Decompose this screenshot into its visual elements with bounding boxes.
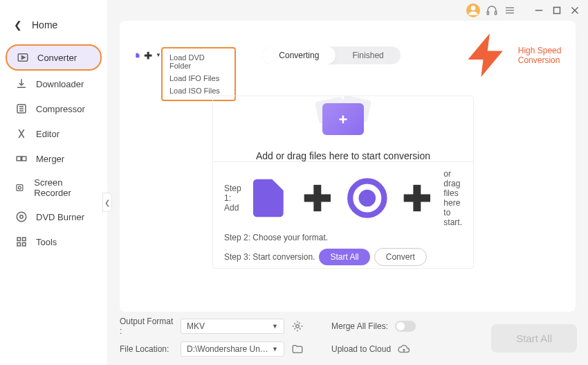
convert-button[interactable]: Convert bbox=[374, 248, 427, 266]
output-format-label: Output Format : bbox=[120, 317, 174, 336]
open-folder-icon[interactable] bbox=[291, 343, 304, 355]
dropdown-item-ifo-files[interactable]: Load IFO Files bbox=[163, 72, 235, 84]
dropzone[interactable]: + Add or drag files here to start conver… bbox=[212, 96, 474, 269]
svg-rect-21 bbox=[17, 243, 21, 247]
chevron-down-icon: ▼ bbox=[272, 346, 278, 353]
sidebar-item-editor[interactable]: Editor bbox=[6, 122, 102, 145]
sidebar-item-dvd-burner[interactable]: DVD Burner bbox=[6, 205, 102, 229]
disc-plus-icon bbox=[344, 169, 390, 227]
sidebar-item-label: Converter bbox=[37, 53, 77, 63]
tab-converting[interactable]: Converting bbox=[262, 46, 336, 64]
start-all-button[interactable]: Start All bbox=[319, 249, 369, 265]
file-location-label: File Location: bbox=[120, 344, 174, 354]
sidebar-item-tools[interactable]: Tools bbox=[6, 230, 102, 253]
step-2-text: Step 2: Choose your format. bbox=[224, 233, 462, 242]
high-speed-conversion-button[interactable]: High Speed Conversion bbox=[461, 29, 563, 82]
sidebar-item-label: Merger bbox=[36, 154, 64, 164]
step-1-row: Step 1: Add or drag files here to start. bbox=[224, 169, 462, 227]
plus-icon bbox=[295, 169, 340, 227]
sidebar-item-merger[interactable]: Merger bbox=[6, 147, 102, 170]
step1-post: or drag files here to start. bbox=[443, 169, 462, 227]
upload-label: Upload to Cloud bbox=[331, 344, 391, 354]
back-icon[interactable]: ❮ bbox=[14, 19, 22, 30]
dvd-icon bbox=[15, 211, 28, 223]
sidebar-item-label: DVD Burner bbox=[36, 212, 84, 222]
svg-rect-13 bbox=[17, 157, 21, 161]
sidebar-item-downloader[interactable]: Downloader bbox=[6, 72, 102, 96]
tools-icon bbox=[15, 235, 28, 248]
merger-icon bbox=[15, 152, 28, 165]
disc-dropdown-menu: Load DVD Folder Load IFO Files Load ISO … bbox=[161, 47, 236, 101]
sidebar-item-label: Editor bbox=[36, 129, 59, 139]
sidebar: ❮ Home Converter Downloader Compressor E… bbox=[0, 0, 107, 365]
file-location-select[interactable]: D:\Wondershare UniConverter 1 ▼ bbox=[181, 341, 284, 357]
svg-rect-20 bbox=[23, 238, 26, 241]
start-all-main-button[interactable]: Start All bbox=[491, 324, 577, 353]
step1-pre: Step 1: Add bbox=[224, 184, 241, 213]
sidebar-item-converter[interactable]: Converter bbox=[6, 44, 102, 71]
sidebar-item-screen-recorder[interactable]: Screen Recorder bbox=[6, 172, 102, 204]
svg-rect-15 bbox=[17, 185, 23, 191]
merge-toggle[interactable] bbox=[395, 321, 416, 332]
svg-point-16 bbox=[18, 186, 21, 189]
chevron-down-icon: ▼ bbox=[272, 323, 278, 330]
downloader-icon bbox=[15, 78, 28, 90]
converter-panel: ▼ ▼ Converting Finished High Speed Conve… bbox=[120, 21, 576, 312]
sidebar-item-compressor[interactable]: Compressor bbox=[6, 97, 102, 121]
file-plus-icon bbox=[246, 169, 291, 227]
sidebar-item-label: Downloader bbox=[36, 79, 84, 89]
recorder-icon bbox=[15, 181, 26, 194]
add-file-button[interactable]: ▼ bbox=[135, 49, 161, 62]
svg-rect-14 bbox=[22, 157, 26, 161]
dropzone-text: Add or drag files here to start conversi… bbox=[256, 150, 430, 161]
output-format-value: MKV bbox=[187, 321, 205, 331]
editor-icon bbox=[15, 127, 28, 140]
svg-point-35 bbox=[296, 325, 300, 328]
high-speed-label: High Speed Conversion bbox=[518, 46, 563, 65]
status-tabs: Converting Finished bbox=[262, 46, 400, 64]
output-format-select[interactable]: MKV ▼ bbox=[181, 319, 284, 334]
svg-point-17 bbox=[17, 212, 26, 222]
file-location-value: D:\Wondershare UniConverter 1 bbox=[187, 344, 270, 354]
step-3-row: Step 3: Start conversion. Start All Conv… bbox=[224, 248, 462, 266]
svg-rect-19 bbox=[17, 238, 21, 241]
settings-gear-icon[interactable] bbox=[291, 320, 304, 332]
sidebar-item-label: Tools bbox=[36, 237, 57, 247]
folder-plus-icon: + bbox=[315, 96, 371, 138]
svg-marker-11 bbox=[22, 56, 26, 60]
merge-label: Merge All Files: bbox=[331, 321, 388, 331]
cloud-upload-icon[interactable] bbox=[398, 343, 410, 355]
svg-rect-22 bbox=[23, 243, 26, 247]
compressor-icon bbox=[15, 103, 28, 115]
home-label: Home bbox=[32, 19, 57, 30]
steps-panel: Step 1: Add or drag files here to start.… bbox=[213, 161, 473, 273]
dropdown-item-dvd-folder[interactable]: Load DVD Folder bbox=[163, 51, 235, 72]
svg-point-32 bbox=[362, 193, 373, 204]
converter-icon bbox=[17, 51, 29, 64]
plus-icon bbox=[394, 169, 440, 227]
svg-point-18 bbox=[20, 215, 24, 219]
tab-finished[interactable]: Finished bbox=[336, 46, 400, 64]
main-area: ▼ ▼ Converting Finished High Speed Conve… bbox=[107, 0, 588, 365]
step3-text: Step 3: Start conversion. bbox=[224, 252, 315, 262]
sidebar-item-label: Screen Recorder bbox=[34, 177, 92, 198]
sidebar-item-label: Compressor bbox=[36, 104, 85, 114]
